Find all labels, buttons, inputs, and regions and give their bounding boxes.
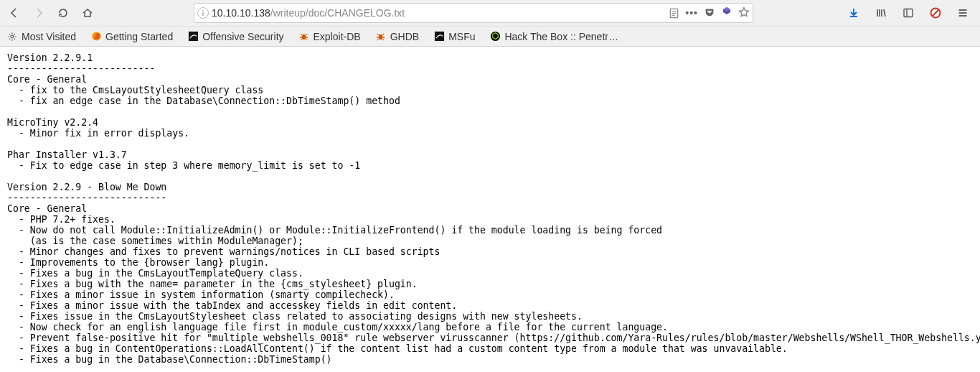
gear-icon [6,31,18,42]
svg-line-7 [933,10,939,17]
url-bar[interactable]: i 10.10.10.138/writeup/doc/CHANGELOG.txt… [194,3,753,23]
kali-icon [187,31,199,42]
bookmark-hack-the-box[interactable]: Hack The Box :: Penetr… [487,29,620,44]
bug-icon [375,31,387,42]
downloads-icon[interactable] [844,3,864,23]
url-text: 10.10.10.138/writeup/doc/CHANGELOG.txt [212,7,666,19]
bookmark-label: Hack The Box :: Penetr… [504,31,618,42]
pocket-icon[interactable] [704,6,715,20]
sidebar-icon[interactable] [898,3,918,23]
container-icon[interactable] [721,6,732,20]
library-icon[interactable] [871,3,891,23]
menu-icon[interactable] [953,3,973,23]
bookmark-most-visited[interactable]: Most Visited [4,29,78,44]
bookmark-label: Most Visited [22,31,76,42]
bookmark-offensive-security[interactable]: Offensive Security [185,29,286,44]
home-button[interactable] [76,2,99,24]
page-actions-icon[interactable]: ••• [685,7,698,19]
navigation-toolbar: i 10.10.10.138/writeup/doc/CHANGELOG.txt… [0,0,980,26]
svg-point-11 [11,35,14,38]
bookmark-exploit-db[interactable]: Exploit-DB [296,29,363,44]
bookmark-label: GHDB [390,31,419,42]
svg-rect-4 [904,9,913,17]
bookmark-label: Offensive Security [202,31,283,42]
back-button[interactable] [3,2,26,24]
svg-point-14 [302,34,306,40]
forward-button[interactable] [27,2,50,24]
noscript-icon[interactable] [925,3,946,23]
reader-view-icon[interactable] [666,6,681,19]
bug-icon [298,31,310,42]
changelog-text: Version 2.2.9.1 ------------------------… [0,47,980,372]
bookmark-star-icon[interactable] [738,6,750,20]
bookmark-label: MSFu [448,31,475,42]
bookmark-msfu[interactable]: MSFu [431,29,477,44]
svg-point-15 [379,34,383,40]
toolbar-right [839,3,977,23]
bookmark-getting-started[interactable]: Getting Started [88,29,175,44]
htb-icon [489,31,501,42]
firefox-icon [90,31,102,42]
bookmarks-bar: Most Visited Getting Started Offensive S… [0,26,980,46]
identity-info-icon[interactable]: i [197,7,209,19]
bookmark-label: Exploit-DB [314,31,361,42]
kali-icon [433,31,445,42]
bookmark-label: Getting Started [105,31,173,42]
bookmark-ghdb[interactable]: GHDB [373,29,421,44]
reload-button[interactable] [52,2,75,24]
